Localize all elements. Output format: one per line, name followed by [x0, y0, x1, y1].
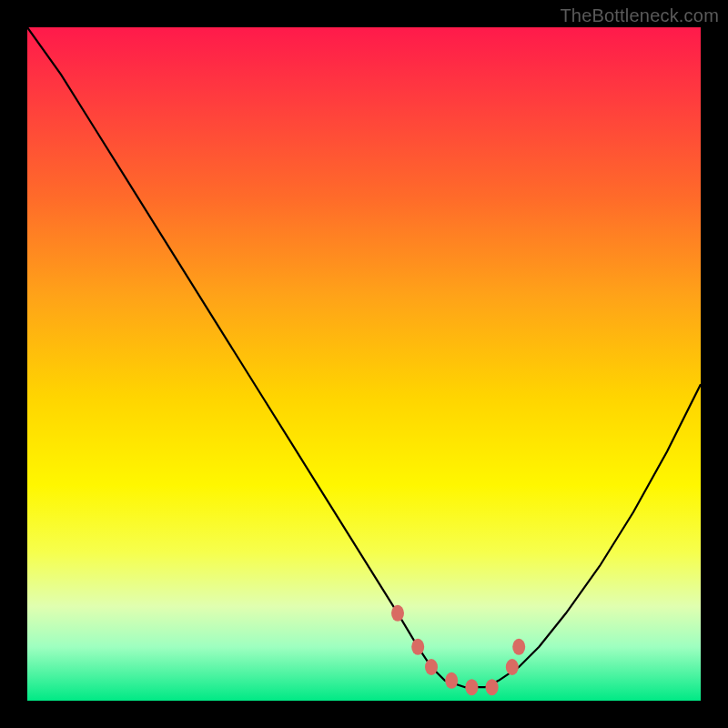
- highlight-marker: [425, 659, 438, 675]
- highlight-marker: [465, 679, 478, 695]
- highlight-marker: [486, 679, 499, 695]
- curve-svg: [27, 27, 701, 701]
- plot-area: [27, 27, 701, 701]
- highlight-marker: [445, 672, 458, 689]
- highlight-marker: [411, 639, 424, 655]
- chart-frame: TheBottleneck.com: [0, 0, 728, 728]
- highlight-marker: [512, 639, 525, 655]
- bottleneck-curve-path: [27, 27, 701, 687]
- highlight-marker: [506, 659, 519, 675]
- watermark-text: TheBottleneck.com: [560, 5, 719, 26]
- highlight-markers: [391, 605, 525, 695]
- highlight-marker: [391, 605, 404, 622]
